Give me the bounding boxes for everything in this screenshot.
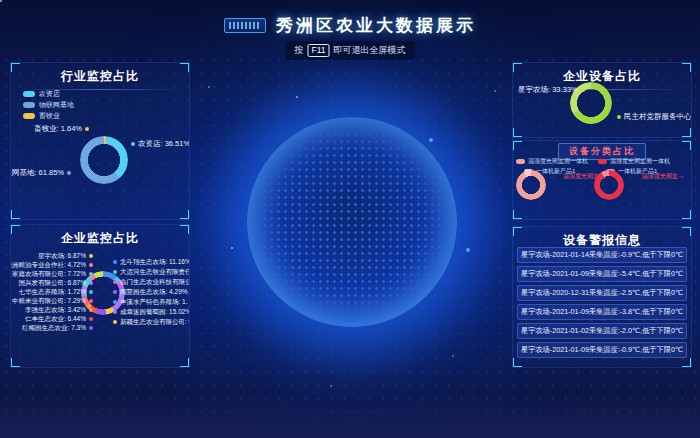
alarm-row: 星宇农场-2021-01-09采集温度:-0.9℃,低于下限0℃ [517,342,687,358]
alarm-row: 星宇农场-2021-01-02采集温度:-2.0℃,低于下限0℃ [517,323,687,339]
legend-label: 农资店 [39,89,60,99]
legend-swatch [598,159,607,164]
device-class-donut-right[interactable] [594,170,624,200]
panel-device-alarms: 设备警报信息 星宇农场-2021-01-14采集温度:-0.9℃,低于下限0℃ … [512,226,692,368]
background-floor [0,405,700,438]
label-dot [113,260,117,264]
f11-key-badge: F11 [307,44,329,57]
chart-label-text: 星宇农场: 33.33% [518,86,578,94]
chart-label-text: 丰溪水产特色养殖场: 1. [120,299,188,306]
alarm-row: 星宇农场-2020-12-31采集温度:-2.5℃,低于下限0℃ [517,285,687,301]
chart-label: 农资店: 36.51% [131,140,190,148]
chart-label-text: 七华生态养殖场: 1.72% [18,289,86,296]
label-dot [113,320,117,324]
chart-label-text: 国兴发有限公司: 6.87% [18,280,86,287]
chart-label: 秀洲粮油专业合作社: 4.72% [10,262,93,269]
label-dot [113,270,117,274]
label-dot [89,281,93,285]
chart-label: 临门生态农业科技有限公 [113,279,190,286]
label-dot [85,127,89,131]
chart-label-text: 星宇农场: 6.87% [38,253,86,260]
chart-label-text: 李强生态农场: 3.42% [25,307,86,314]
device-class-label-right: 温湿度光照监→ [642,172,684,181]
chart-label: 新颖生态农业有限公司: 6.87% [113,319,190,326]
label-dot [617,115,621,119]
legend-label: 物联网基地 [39,100,74,110]
chart-label: 北斗翔生态农场: 11.16% [113,259,190,266]
label-dot [89,263,93,267]
legend-item[interactable]: 物联网基地 [23,100,74,110]
label-dot [113,280,117,284]
chart-label-text: 民主村党群服务中心: [624,113,692,121]
label-dot [113,310,117,314]
chart-label: 成章迷园葡萄园: 15.02% [113,309,190,316]
label-dot [89,299,93,303]
chart-label: 李强生态农场: 3.42% [25,307,93,314]
chart-label: 家庭农场有限公司: 7.72% [12,271,93,278]
chart-label-text: 新颖生态农业有限公司: 6.87% [120,319,190,326]
chart-label: 大运河生态牧业有限责任公 [113,269,190,276]
chart-label-text: 秀洲粮油专业合作社: 4.72% [10,262,86,269]
legend-label: 畜牧业 [39,111,60,121]
chart-label-text: 大运河生态牧业有限责任公 [120,269,190,276]
panel-title: 行业监控占比 [11,68,189,85]
panel-industry-monitor: 行业监控占比 农资店 物联网基地 畜牧业 畜牧业: 1.64% 农资店: 36.… [10,62,190,220]
chart-label: 仁丰生态农业: 6.44% [25,316,93,323]
legend-label: 温湿度光照监测一体机 [610,157,670,166]
chart-label: 物联网基地: 61.85% [10,169,71,177]
panel-equipment-ratio: 企业设备占比 星宇农场: 33.33% 民主村党群服务中心: [512,62,692,138]
label-dot [89,326,93,330]
panel-title: 企业监控占比 [11,230,189,247]
legend-item[interactable]: 农资店 [23,89,60,99]
panel-device-class: 设备分类占比 温湿度光照监测一体机 一体机新产品1 温湿度光照监测一→ 温湿度光… [512,140,692,220]
chart-label: 陶慧园生态农场: 4.29% [113,289,188,296]
legend-swatch [516,159,525,164]
chart-label-text: 临门生态农业科技有限公 [120,279,190,286]
legend-swatch [23,102,35,108]
dashboard: 秀洲区农业大数据展示 按 F11 即可退出全屏模式 行业监控占比 农资店 物联网… [0,0,700,438]
label-dot [89,272,93,276]
chart-label: 星宇农场: 33.33% [518,86,585,94]
chart-label-text: 仁丰生态农业: 6.44% [25,316,86,323]
chart-label-text: 红梅园生态农业: 7.3% [22,325,86,332]
chart-label: 畜牧业: 1.64% [34,125,89,133]
legend-swatch [23,113,35,119]
chart-label-text: 北斗翔生态农场: 11.16% [120,259,190,266]
alarm-row: 星宇农场-2021-01-09采集温度:-3.8℃,低于下限0℃ [517,304,687,320]
label-dot [67,171,71,175]
industry-donut-chart[interactable] [80,136,128,184]
chart-label-text: 农资店: 36.51% [138,140,190,148]
label-dot [113,300,117,304]
page-title: 秀洲区农业大数据展示 [276,14,476,37]
chart-label-text: 物联网基地: 61.85% [10,169,64,177]
label-dot [89,317,93,321]
label-dot [89,254,93,258]
device-class-donut-left[interactable] [516,170,546,200]
label-dot [113,290,117,294]
chart-label-text: 家庭农场有限公司: 7.72% [12,271,86,278]
header: 秀洲区农业大数据展示 [0,14,700,37]
label-dot [131,142,135,146]
fullscreen-hint: 按 F11 即可退出全屏模式 [285,41,414,60]
legend-swatch [23,91,35,97]
chart-label-text: 畜牧业: 1.64% [34,125,82,133]
label-dot [89,308,93,312]
legend-item[interactable]: 畜牧业 [23,111,60,121]
chart-label: 星宇农场: 6.87% [38,253,93,260]
chart-label: 红梅园生态农业: 7.3% [22,325,93,332]
chart-label-text: 陶慧园生态农场: 4.29% [120,289,188,296]
label-dot [581,88,585,92]
panel-enterprise-monitor: 企业监控占比 星宇农场: 6.87% 秀洲粮油专业合作社: 4.72% 家庭农场… [10,224,190,368]
chart-label: 七华生态养殖场: 1.72% [18,289,93,296]
panel-title: 企业设备占比 [513,68,691,85]
background-particles [0,0,2,2]
legend-item[interactable]: 温湿度光照监测一体机 [516,157,588,166]
globe-visualization [247,117,457,327]
chart-label: 民主村党群服务中心: [617,113,692,121]
brand-logo [224,18,266,33]
legend-label: 温湿度光照监测一体机 [528,157,588,166]
chart-label: 国兴发有限公司: 6.87% [18,280,93,287]
chart-label-text: 中粮米业有限公司: 7.29% [12,298,86,305]
legend-item[interactable]: 温湿度光照监测一体机 [598,157,670,166]
hint-prefix: 按 [294,44,303,57]
